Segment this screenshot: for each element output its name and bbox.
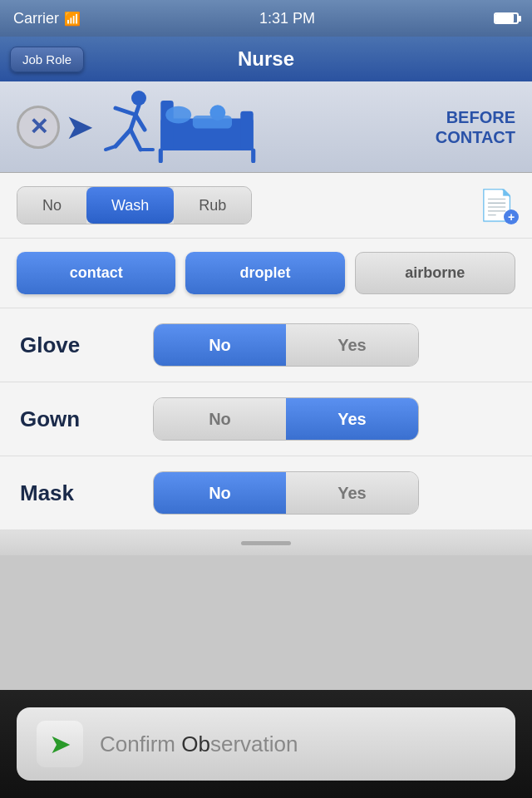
ppe-section: Glove No Yes Gown No Yes Mask No Yes xyxy=(0,308,532,530)
glove-no-button[interactable]: No xyxy=(154,324,286,366)
svg-point-0 xyxy=(131,91,146,106)
bottom-bar: ➤ Confirm Observation xyxy=(0,690,532,798)
svg-line-5 xyxy=(131,130,140,150)
rub-option-button[interactable]: Rub xyxy=(174,187,251,224)
wifi-icon: 📶 xyxy=(64,11,81,27)
confirm-arrow-icon: ➤ xyxy=(49,728,71,760)
svg-line-2 xyxy=(116,108,135,115)
carrier-info: Carrier 📶 xyxy=(13,10,81,27)
svg-line-4 xyxy=(116,130,131,146)
wash-option-button[interactable]: Wash xyxy=(86,187,174,224)
job-role-button[interactable]: Job Role xyxy=(10,47,84,72)
before-contact-label: BEFORE CONTACT xyxy=(436,107,515,147)
close-button[interactable]: ✕ xyxy=(17,106,60,149)
illustration-bar: ✕ ➤ xyxy=(0,81,532,173)
person-walking-icon xyxy=(99,90,157,165)
time-display: 1:31 PM xyxy=(259,10,315,27)
gown-toggle: No Yes xyxy=(153,397,419,441)
contact-button[interactable]: contact xyxy=(17,252,175,294)
glove-label: Glove xyxy=(20,332,153,358)
gown-no-button[interactable]: No xyxy=(154,398,286,440)
glove-row: Glove No Yes xyxy=(0,308,532,382)
carrier-label: Carrier xyxy=(13,10,59,27)
nav-bar: Job Role Nurse xyxy=(0,37,532,81)
battery-icon xyxy=(494,12,519,24)
mask-label: Mask xyxy=(20,480,153,506)
bed-icon xyxy=(157,88,257,166)
mask-yes-button[interactable]: Yes xyxy=(286,472,418,514)
scroll-indicator xyxy=(0,530,532,555)
svg-rect-10 xyxy=(240,111,253,150)
battery-fill xyxy=(495,14,514,22)
mask-row: Mask No Yes xyxy=(0,456,532,530)
add-icon: + xyxy=(504,209,519,224)
svg-rect-13 xyxy=(193,116,232,128)
svg-point-11 xyxy=(165,106,191,123)
glove-toggle: No Yes xyxy=(153,323,419,367)
mask-toggle: No Yes xyxy=(153,471,419,515)
airborne-button[interactable]: airborne xyxy=(355,252,515,294)
status-bar: Carrier 📶 1:31 PM xyxy=(0,0,532,37)
nav-title: Nurse xyxy=(238,47,294,71)
gown-row: Gown No Yes xyxy=(0,382,532,456)
wash-rub-row: No Wash Rub 📄 + xyxy=(0,173,532,239)
svg-line-6 xyxy=(106,146,116,150)
droplet-button[interactable]: droplet xyxy=(185,252,344,294)
glove-yes-button[interactable]: Yes xyxy=(286,324,418,366)
gown-label: Gown xyxy=(20,406,153,432)
precaution-row: contact droplet airborne xyxy=(0,239,532,308)
no-option-button[interactable]: No xyxy=(17,187,86,224)
confirm-text: Confirm Observation xyxy=(100,732,298,757)
wash-rub-toggle: No Wash Rub xyxy=(17,186,252,224)
mask-no-button[interactable]: No xyxy=(154,472,286,514)
confirm-arrow-box: ➤ xyxy=(37,721,83,767)
add-document-button[interactable]: 📄 + xyxy=(478,188,515,223)
svg-line-3 xyxy=(135,115,145,130)
scroll-nub xyxy=(241,541,291,545)
arrow-right-icon: ➤ xyxy=(65,106,94,147)
gown-yes-button[interactable]: Yes xyxy=(286,398,418,440)
confirm-observation-button[interactable]: ➤ Confirm Observation xyxy=(17,707,515,781)
